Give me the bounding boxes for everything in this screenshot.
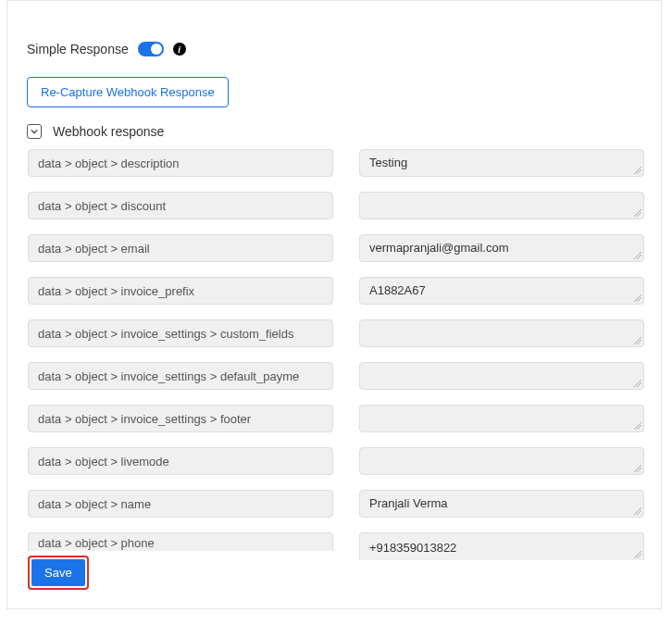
field-row: vermapranjali@gmail.com — [28, 234, 644, 262]
field-row: Testing — [28, 149, 644, 177]
simple-response-toggle[interactable] — [138, 42, 164, 56]
info-icon[interactable]: i — [173, 43, 186, 56]
path-input[interactable] — [28, 405, 333, 432]
value-textarea[interactable]: Testing — [359, 149, 644, 177]
path-input[interactable] — [28, 192, 333, 219]
chevron-down-icon[interactable] — [27, 124, 42, 139]
field-row — [28, 192, 644, 219]
field-row — [28, 447, 644, 475]
webhook-response-section: Webhook response — [24, 124, 644, 139]
path-input[interactable] — [28, 362, 333, 390]
value-textarea[interactable]: +918359013822 — [359, 532, 644, 560]
field-row — [28, 362, 644, 390]
value-textarea[interactable] — [359, 192, 644, 219]
form-panel: Simple Response i Re-Capture Webhook Res… — [6, 0, 662, 609]
recapture-webhook-button[interactable]: Re-Capture Webhook Response — [27, 77, 229, 107]
value-textarea[interactable] — [359, 447, 644, 475]
path-input[interactable] — [28, 234, 333, 262]
path-input[interactable] — [28, 319, 333, 347]
field-row: A1882A67 — [28, 277, 644, 305]
value-textarea[interactable]: Pranjali Verma — [359, 490, 644, 518]
value-textarea[interactable]: A1882A67 — [359, 277, 644, 305]
field-row — [28, 405, 644, 432]
field-row — [28, 319, 644, 347]
save-button[interactable]: Save — [31, 559, 85, 586]
value-textarea[interactable] — [359, 405, 644, 432]
save-highlight: Save — [28, 556, 89, 590]
path-input[interactable] — [28, 277, 333, 305]
field-row: Pranjali Verma — [28, 490, 644, 518]
field-row: +918359013822 — [28, 532, 644, 560]
simple-response-header: Simple Response i — [24, 42, 644, 56]
path-input[interactable] — [28, 149, 333, 177]
path-input[interactable] — [28, 447, 333, 475]
section-title: Webhook response — [53, 124, 164, 139]
value-textarea[interactable] — [359, 319, 644, 347]
path-input[interactable] — [28, 532, 333, 551]
value-textarea[interactable] — [359, 362, 644, 390]
simple-response-label: Simple Response — [27, 42, 129, 56]
value-textarea[interactable]: vermapranjali@gmail.com — [359, 234, 644, 262]
path-input[interactable] — [28, 490, 333, 518]
fields-list: Testing vermapranjali@gmail.com A1882A67 — [28, 149, 644, 575]
